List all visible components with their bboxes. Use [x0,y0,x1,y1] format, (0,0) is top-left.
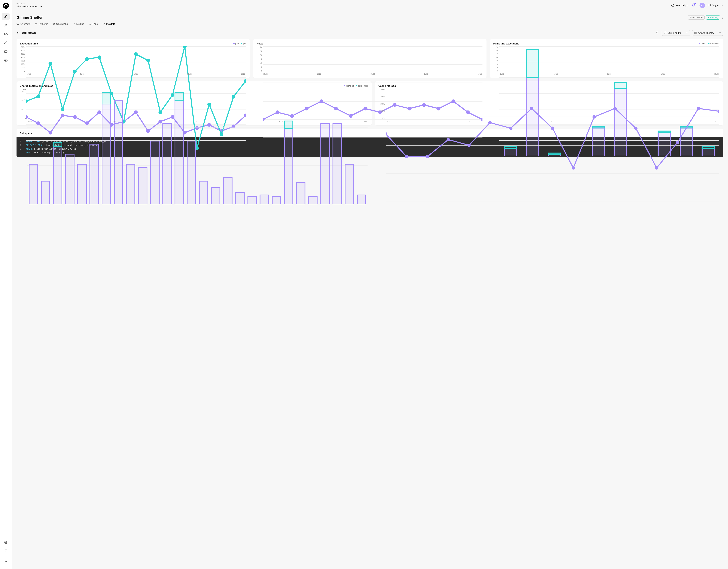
tab-overview[interactable]: Overview [17,22,30,26]
legend-item: p50 [233,42,239,45]
svg-point-198 [530,107,533,110]
tab-label: Overview [20,23,30,25]
list-icon [89,23,91,25]
db-badge: TimescaleDB [688,15,705,20]
xaxis: 13:2213:2213:2213:2213:22 [263,73,483,75]
chart-icon [72,23,75,25]
legend-item: p95 [241,42,247,45]
svg-rect-169 [175,93,183,100]
yaxis: 200%150%100%50%0 % [378,89,385,119]
svg-rect-168 [175,100,183,204]
svg-rect-182 [321,123,329,204]
user-menu[interactable]: MJ Mick Jagger [700,3,723,8]
project-label: PROJECT [17,3,42,5]
xaxis: 13:2213:2213:2213:2213:22 [26,73,246,75]
svg-point-205 [676,141,679,144]
nav-support[interactable] [2,538,10,546]
xaxis: 13:2213:2213:2213:2213:22 [386,121,719,122]
logo[interactable] [3,3,9,9]
tab-explorer[interactable]: Explorer [35,22,48,26]
chart-body [27,89,368,204]
tab-logs[interactable]: Logs [89,22,98,26]
tab-label: Insights [106,23,115,25]
gauge-icon [102,23,105,25]
page-title: Gimme Shelter [17,15,43,20]
chevron-down-icon [686,32,688,34]
more-menu[interactable] [721,15,723,20]
svg-line-10 [6,541,7,542]
svg-rect-162 [102,93,111,104]
status-label: Running [710,16,718,19]
svg-rect-175 [248,197,256,204]
nav-tools[interactable] [2,13,10,20]
svg-rect-164 [126,164,135,204]
svg-line-9 [6,543,7,543]
time-range-label: Last 6 hours [668,32,681,34]
svg-rect-173 [224,177,232,204]
layout-icon [35,23,38,25]
nav-expand[interactable] [2,558,10,565]
chart-rows: Rows 302520151050 13:2213:2213:2213:2213… [253,39,487,78]
nav-cloud[interactable] [2,30,10,38]
nav-user[interactable] [2,22,10,29]
project-selector[interactable]: PROJECT The Rolling Stones [17,3,42,8]
tab-metrics[interactable]: Metrics [72,22,84,26]
project-name: The Rolling Stones [17,5,38,8]
svg-rect-185 [357,195,366,204]
svg-rect-180 [296,183,305,204]
svg-rect-167 [163,123,171,204]
yaxis: 302520151050 [257,46,262,72]
svg-point-5 [5,60,6,61]
status-badge: Running [706,15,720,20]
user-name: Mick Jagger [707,4,719,7]
help-link[interactable]: Need help? [671,4,688,7]
svg-point-202 [613,107,617,110]
sidebar [0,0,12,569]
tab-label: Metrics [76,23,84,25]
nav-link[interactable] [2,39,10,47]
svg-rect-17 [17,23,19,24]
svg-rect-134 [614,82,626,89]
svg-point-15 [722,17,722,17]
svg-point-1 [5,5,7,7]
refresh-button[interactable] [655,30,660,35]
svg-point-201 [593,115,596,119]
svg-point-194 [447,138,450,141]
tab-label: Explorer [39,23,48,25]
chevron-down-icon [721,4,723,7]
svg-rect-166 [151,141,159,204]
avatar: MJ [700,3,705,8]
xaxis: 13:2213:2213:2213:2213:22 [499,73,719,75]
subtitle: Drill down [22,31,36,35]
tab-insights[interactable]: Insights [102,22,115,26]
svg-point-67 [85,57,89,61]
svg-line-11 [5,543,6,543]
nav-billing[interactable] [2,48,10,55]
svg-point-199 [551,127,554,130]
back-icon[interactable] [17,31,20,34]
help-label: Need help? [676,4,688,7]
svg-point-203 [634,127,638,130]
tab-label: Logs [93,23,98,25]
svg-point-71 [134,52,138,56]
tab-operations[interactable]: Operations [52,22,68,26]
notification-dot [694,3,696,4]
svg-point-66 [73,70,77,73]
svg-rect-178 [284,129,293,204]
svg-rect-163 [114,100,123,204]
svg-rect-157 [53,143,62,146]
chart-execution-time: Execution time p50 p95 700s600s500s400s3… [17,39,250,78]
chart-plans: Plans and executions plans executions 70… [490,39,723,78]
notifications-button[interactable] [692,3,695,8]
svg-rect-174 [236,193,244,204]
charts-toggle-select[interactable]: Charts to show [692,30,723,36]
svg-rect-159 [78,164,86,204]
svg-point-192 [405,155,408,158]
nav-bookmark[interactable] [2,547,10,555]
yaxis: 706050403020100 [493,46,498,72]
svg-rect-181 [309,197,317,204]
svg-point-12 [671,4,674,7]
svg-rect-170 [187,141,195,204]
time-range-select[interactable]: Last 6 hours [662,30,690,36]
nav-settings[interactable] [2,57,10,64]
